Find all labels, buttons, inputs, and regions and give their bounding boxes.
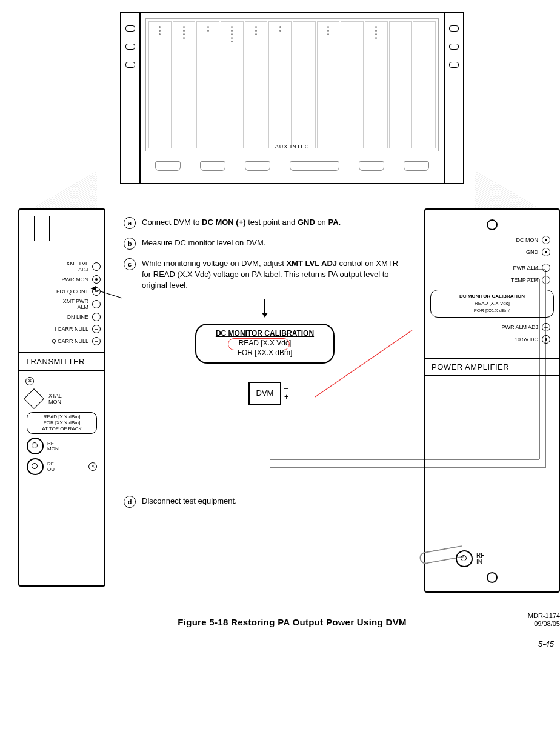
xmt-pwr-alm-row: XMT PWR ALM xyxy=(19,298,104,311)
freq-cont-row: FREQ CONT xyxy=(19,285,104,298)
page-number: 5-45 xyxy=(12,639,560,648)
pa-calibration-label: DC MONITOR CALIBRATION READ [X.X Vdc] FO… xyxy=(430,290,554,318)
xmt-pwr-alm-led xyxy=(92,300,101,308)
text: Measure DC monitor level on DVM. xyxy=(142,238,265,250)
mounting-hole-icon xyxy=(487,572,498,583)
on-line-led xyxy=(92,313,101,321)
label: RF xyxy=(476,552,484,559)
text: While monitoring voltage on DVM, adjust xyxy=(142,259,286,268)
text: PA. xyxy=(328,218,341,227)
step-bubble: c xyxy=(124,258,136,270)
dc-mon-row: DC MON xyxy=(425,234,559,246)
label: ON LINE xyxy=(67,314,88,320)
step-d: d Disconnect test equipment. xyxy=(124,496,406,508)
on-line-row: ON LINE xyxy=(19,311,104,323)
card-slots xyxy=(145,18,439,151)
label: FOR [XX.X dBm] xyxy=(437,307,547,315)
step-bubble: d xyxy=(124,496,136,508)
freq-cont-control[interactable] xyxy=(92,287,101,296)
label: READ [X.X Vdc] xyxy=(437,300,547,307)
doc-date: 09/08/05 xyxy=(528,620,560,628)
mounting-hole-icon xyxy=(487,219,498,230)
label: MON xyxy=(47,446,59,451)
equipment-rack: AUX INTFC xyxy=(139,12,445,184)
label: MON xyxy=(48,399,61,405)
step-b: b Measure DC monitor level on DVM. xyxy=(124,238,406,250)
dvm-box: DVM – + xyxy=(248,382,281,405)
label: FREQ CONT xyxy=(56,288,88,295)
text: test point and xyxy=(246,218,298,227)
dc-mon-test-point[interactable] xyxy=(542,236,550,244)
pwr-mon-test-point[interactable] xyxy=(92,275,101,284)
label: XTAL xyxy=(48,393,62,399)
step-a: a Connect DVM to DC MON (+) test point a… xyxy=(124,217,406,229)
xmt-lvl-adj-control[interactable] xyxy=(92,262,101,271)
step-bubble: b xyxy=(124,238,136,250)
ten5v-test-point[interactable] xyxy=(542,335,550,344)
label: XMT LVL xyxy=(66,261,88,267)
label: RF xyxy=(47,441,54,446)
xmt-lvl-adj-row: XMT LVL ADJ xyxy=(19,260,104,273)
label: 10.5V DC xyxy=(515,336,538,342)
power-amplifier-panel: DC MON GND PWR ALM TEMP ALM DC MONITOR C… xyxy=(424,208,560,593)
rf-out-block: RF OUT xyxy=(27,458,97,475)
pwr-mon-row: PWR MON xyxy=(19,273,104,285)
rf-in-block: RF IN xyxy=(456,550,484,567)
ten5v-row: 10.5V DC xyxy=(425,333,559,345)
connector-row xyxy=(145,154,439,178)
label: DC MONITOR CALIBRATION xyxy=(201,328,328,338)
label: OUT xyxy=(47,467,58,472)
label: DC MONITOR CALIBRATION xyxy=(437,293,547,300)
text: Disconnect test equipment. xyxy=(142,496,237,508)
doc-number: MDR-1174 xyxy=(528,612,560,620)
rf-mon-block: RF MON xyxy=(27,438,97,454)
label: READ [X.X dBm] xyxy=(30,414,94,420)
transmitter-panel: XMT LVL ADJ PWR MON FREQ CONT XMT PWR AL… xyxy=(18,208,105,587)
label: ADJ xyxy=(78,267,88,273)
label: FOR [XX.X dBm] xyxy=(30,420,94,426)
label: RF xyxy=(47,461,54,467)
label: PWR MON xyxy=(62,276,89,282)
document-id: MDR-1174 09/08/05 xyxy=(528,612,560,628)
text: DC MON (+) xyxy=(202,218,246,227)
panel-screw-icon xyxy=(25,377,34,385)
label: FOR [XX.X dBm] xyxy=(201,348,328,358)
step-bubble: a xyxy=(124,217,136,229)
label: READ [X.X Vdc] xyxy=(201,338,328,348)
dvm-minus: – xyxy=(284,384,288,393)
pwr-alm-led xyxy=(542,264,550,272)
dvm-plus: + xyxy=(284,393,288,401)
read-info-pill: READ [X.X dBm] FOR [XX.X dBm] AT TOP OF … xyxy=(27,412,97,434)
dc-monitor-calibration-callout: DC MONITOR CALIBRATION READ [X.X Vdc] FO… xyxy=(195,324,335,364)
rf-in-connector[interactable] xyxy=(456,550,473,567)
xmtr-top-section xyxy=(23,213,101,256)
pwr-alm-adj-control[interactable] xyxy=(542,323,550,331)
transmitter-title: TRANSMITTER xyxy=(19,352,104,371)
label: XMT PWR xyxy=(63,298,88,304)
rf-mon-connector[interactable] xyxy=(27,438,44,454)
text: GND xyxy=(298,218,315,227)
q-carr-null-row: Q CARR NULL xyxy=(19,335,104,347)
label: PWR ALM xyxy=(513,265,538,271)
step-c: c While monitoring voltage on DVM, adjus… xyxy=(124,258,406,291)
rf-out-connector[interactable] xyxy=(27,458,44,475)
xtal-mon-icon xyxy=(24,388,44,409)
label: TEMP ALM xyxy=(511,277,538,283)
text: XMT LVL ADJ xyxy=(286,259,337,268)
label: GND xyxy=(526,249,538,255)
panel-screw-icon xyxy=(88,462,97,471)
label: PWR ALM ADJ xyxy=(501,324,538,330)
i-carr-null-control[interactable] xyxy=(92,325,101,333)
power-amp-title: POWER AMPLIFIER xyxy=(425,358,559,376)
pwr-alm-row: PWR ALM xyxy=(425,262,559,274)
gnd-test-point[interactable] xyxy=(542,248,550,256)
dvm-label: DVM xyxy=(256,388,274,399)
temp-alm-row: TEMP ALM xyxy=(425,274,559,286)
temp-alm-led xyxy=(542,276,550,284)
text: on xyxy=(315,218,328,227)
rack-ear-right xyxy=(444,12,464,184)
gnd-row: GND xyxy=(425,246,559,258)
arrow-stem xyxy=(264,299,265,313)
q-carr-null-control[interactable] xyxy=(92,337,101,345)
text: Connect DVM to xyxy=(142,218,202,227)
